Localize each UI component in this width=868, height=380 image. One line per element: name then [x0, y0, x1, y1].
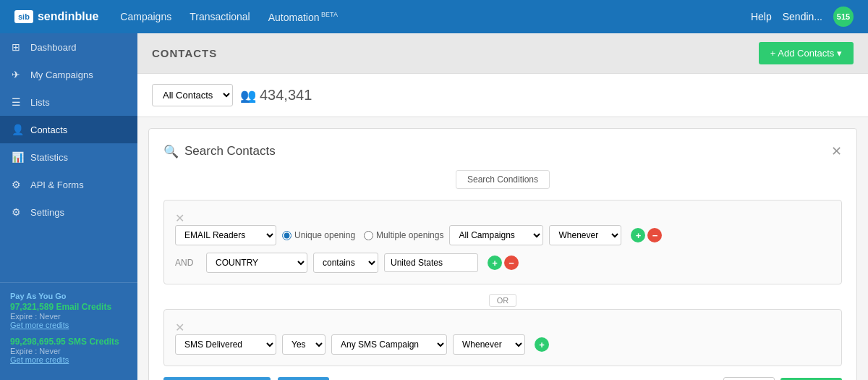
- nav-campaigns[interactable]: Campaigns: [120, 11, 171, 23]
- unique-opening-radio[interactable]: [282, 231, 292, 240]
- condition-2-add-button[interactable]: +: [535, 337, 549, 352]
- condition-1-campaign-select[interactable]: All Campaigns: [449, 225, 543, 245]
- nav-right: Help Sendin... 515: [751, 7, 854, 27]
- top-navigation: sib sendinblue Campaigns Transactional A…: [0, 0, 868, 33]
- or-badge: OR: [489, 294, 517, 307]
- lists-icon: ☰: [12, 96, 23, 108]
- condition-1-row-2: AND COUNTRY contains + −: [175, 253, 830, 273]
- condition-1-value-input[interactable]: [384, 253, 478, 272]
- sidebar-item-label: Statistics: [30, 152, 68, 163]
- unique-opening-label: Unique opening: [294, 230, 355, 240]
- page-title: CONTACTS: [152, 47, 217, 59]
- contacts-icon: 👤: [12, 124, 23, 135]
- add-or-condition-button[interactable]: + Add an OR condition: [163, 377, 271, 380]
- condition-1-type-select[interactable]: EMAIL Readers: [175, 225, 276, 245]
- email-credits-section: Pay As You Go 97,321,589 Email Credits E…: [10, 292, 127, 329]
- condition-1-add-button[interactable]: +: [631, 228, 645, 242]
- unique-opening-radio-label[interactable]: Unique opening: [282, 230, 355, 240]
- multiple-openings-radio[interactable]: [364, 231, 373, 240]
- sidebar-item-statistics[interactable]: 📊 Statistics: [0, 143, 137, 171]
- condition-1-radio-group: Unique opening Multiple openings: [282, 230, 443, 240]
- sms-expire: Expire : Never: [10, 347, 127, 355]
- search-panel: 🔍 Search Contacts ✕ Search Conditions ✕ …: [148, 128, 857, 380]
- sms-credits-section: 99,298,695.95 SMS Credits Expire : Never…: [10, 337, 127, 364]
- search-title-bar: 🔍 Search Contacts ✕: [163, 143, 842, 159]
- settings-icon: ⚙: [12, 206, 23, 218]
- and-label: AND: [175, 258, 200, 268]
- condition-block-2: ✕ SMS Delivered Yes Any SMS Campaign Whe…: [163, 309, 842, 366]
- add-contacts-button[interactable]: + Add Contacts ▾: [759, 42, 854, 64]
- search-footer: + Add an OR condition ⬇ Save Result : 43…: [163, 377, 842, 380]
- condition-2-plus-minus: +: [535, 337, 549, 352]
- sidebar-item-label: Settings: [30, 207, 64, 218]
- credits-badge: 515: [833, 7, 854, 27]
- sidebar-item-lists[interactable]: ☰ Lists: [0, 88, 137, 116]
- email-expire: Expire : Never: [10, 312, 127, 321]
- condition-1-row2-plus-minus: + −: [488, 256, 519, 270]
- pay-as-you-go-label: Pay As You Go: [10, 292, 127, 300]
- condition-2-time-select[interactable]: Whenever: [453, 334, 525, 355]
- multiple-openings-radio-label[interactable]: Multiple openings: [364, 230, 443, 240]
- condition-2-close-button[interactable]: ✕: [175, 321, 184, 334]
- sidebar-item-label: API & Forms: [30, 180, 84, 190]
- app-body: ⊞ Dashboard ✈ My Campaigns ☰ Lists 👤 Con…: [0, 33, 868, 380]
- sidebar-item-label: My Campaigns: [30, 69, 93, 80]
- condition-1-plus-minus: + −: [631, 228, 662, 242]
- multiple-openings-label: Multiple openings: [376, 230, 443, 240]
- campaigns-icon: ✈: [12, 69, 23, 80]
- sidebar: ⊞ Dashboard ✈ My Campaigns ☰ Lists 👤 Con…: [0, 33, 137, 380]
- contacts-list-select[interactable]: All Contacts: [152, 84, 233, 106]
- result-area: Result : 434,341 contacts ↺ Reset 🔍 Sear…: [600, 377, 842, 380]
- condition-2-yes-select[interactable]: Yes: [282, 334, 326, 355]
- sidebar-item-dashboard[interactable]: ⊞ Dashboard: [0, 33, 137, 61]
- sidebar-item-contacts[interactable]: 👤 Contacts: [0, 116, 137, 143]
- contacts-toolbar: All Contacts 👥 434,341: [137, 74, 868, 117]
- search-contacts-title: Search Contacts: [184, 144, 276, 159]
- user-link[interactable]: Sendin...: [783, 11, 822, 22]
- condition-1-row2-add-button[interactable]: +: [488, 256, 502, 270]
- api-icon: ⚙: [12, 179, 23, 190]
- nav-links: Campaigns Transactional Automation: [120, 11, 338, 23]
- dashboard-icon: ⊞: [12, 41, 23, 53]
- logo[interactable]: sib sendinblue: [14, 10, 98, 23]
- condition-1-close-button[interactable]: ✕: [175, 211, 184, 225]
- search-conditions-tab[interactable]: Search Conditions: [456, 170, 550, 189]
- condition-1-field-select[interactable]: COUNTRY: [206, 253, 307, 273]
- condition-block-1: ✕ EMAIL Readers Unique opening Multiple …: [163, 200, 842, 284]
- reset-button[interactable]: ↺ Reset: [723, 377, 775, 380]
- condition-2-type-select[interactable]: SMS Delivered: [175, 334, 276, 355]
- sidebar-item-mycampaigns[interactable]: ✈ My Campaigns: [0, 61, 137, 88]
- count-value: 434,341: [260, 87, 312, 104]
- condition-1-remove-button[interactable]: −: [647, 228, 662, 242]
- nav-transactional[interactable]: Transactional: [190, 11, 250, 23]
- search-icon: 🔍: [163, 144, 179, 159]
- save-button[interactable]: ⬇ Save: [278, 377, 328, 380]
- contacts-header: CONTACTS + Add Contacts ▾: [137, 33, 868, 74]
- condition-1-row2-remove-button[interactable]: −: [504, 256, 519, 270]
- logo-text: sendinblue: [38, 10, 98, 23]
- count-icon: 👥: [240, 88, 256, 104]
- nav-automation[interactable]: Automation: [268, 11, 338, 23]
- or-separator: OR: [163, 292, 842, 309]
- sms-get-more[interactable]: Get more credits: [10, 355, 127, 364]
- condition-1-operator-select[interactable]: contains: [313, 253, 378, 273]
- close-button[interactable]: ✕: [831, 143, 842, 159]
- email-credits-value: 97,321,589 Email Credits: [10, 302, 127, 312]
- sidebar-item-settings[interactable]: ⚙ Settings: [0, 198, 137, 226]
- sidebar-item-label: Lists: [30, 97, 50, 108]
- contacts-count: 👥 434,341: [240, 87, 312, 104]
- sidebar-item-apiforms[interactable]: ⚙ API & Forms: [0, 171, 137, 198]
- logo-icon: sib: [14, 10, 33, 23]
- statistics-icon: 📊: [12, 151, 23, 163]
- condition-1-time-select[interactable]: Whenever: [549, 225, 621, 245]
- help-link[interactable]: Help: [751, 11, 772, 22]
- condition-2-campaign-select[interactable]: Any SMS Campaign: [331, 334, 447, 355]
- sms-credits-value: 99,298,695.95 SMS Credits: [10, 337, 127, 347]
- sidebar-item-label: Contacts: [30, 124, 67, 135]
- sidebar-item-label: Dashboard: [30, 42, 77, 53]
- condition-2-header: SMS Delivered Yes Any SMS Campaign Whene…: [175, 334, 830, 355]
- condition-1-header: EMAIL Readers Unique opening Multiple op…: [175, 225, 830, 245]
- email-get-more[interactable]: Get more credits: [10, 321, 127, 329]
- main-content: CONTACTS + Add Contacts ▾ All Contacts 👥…: [137, 33, 868, 380]
- sidebar-bottom: Pay As You Go 97,321,589 Email Credits E…: [0, 282, 137, 380]
